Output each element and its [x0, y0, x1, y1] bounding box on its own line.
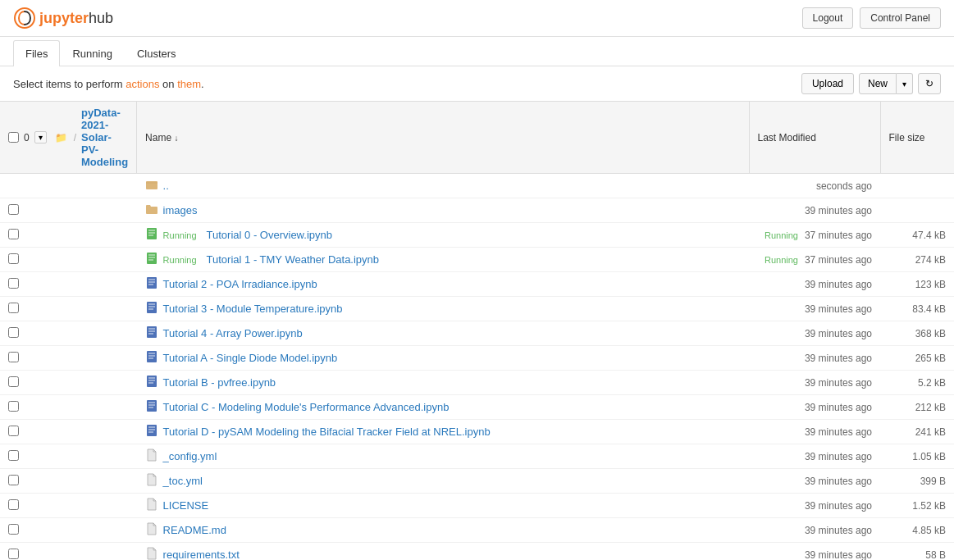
table-row: RunningTutorial 1 - TMY Weather Data.ipy… [0, 248, 954, 272]
file-name-link[interactable]: Tutorial A - Single Diode Model.ipynb [163, 352, 338, 364]
row-modified: 39 minutes ago [749, 395, 880, 420]
notebook-icon [145, 227, 158, 243]
name-col: Tutorial 2 - POA Irradiance.ipynb [145, 276, 741, 292]
row-checkbox[interactable] [8, 229, 19, 239]
row-modified: 39 minutes ago [749, 346, 880, 371]
row-modified: seconds ago [749, 174, 880, 198]
svg-rect-22 [147, 351, 157, 362]
row-checkbox-cell [0, 223, 137, 248]
row-checkbox[interactable] [8, 426, 19, 436]
tab-running[interactable]: Running [60, 40, 124, 66]
table-row: LICENSE39 minutes ago1.52 kB [0, 494, 954, 518]
th-name[interactable]: Name ↓ [137, 102, 749, 174]
svg-rect-34 [147, 425, 157, 436]
row-name-cell: Tutorial D - pySAM Modeling the Bifacial… [137, 420, 749, 444]
row-checkbox[interactable] [8, 303, 19, 313]
row-checkbox-cell [0, 395, 137, 420]
file-name-link[interactable]: Tutorial 4 - Array Power.ipynb [163, 327, 303, 339]
file-name-link[interactable]: _config.yml [163, 450, 217, 462]
th-modified[interactable]: Last Modified [749, 102, 880, 174]
running-badge: Running [163, 255, 197, 265]
file-icon [145, 473, 158, 489]
row-checkbox[interactable] [8, 352, 19, 362]
row-checkbox[interactable] [8, 499, 19, 510]
file-name-link[interactable]: images [163, 204, 198, 216]
row-checkbox[interactable] [8, 204, 19, 215]
select-all-checkbox[interactable] [8, 132, 19, 143]
row-checkbox-cell [0, 174, 137, 198]
notebook-icon [145, 252, 158, 267]
breadcrumb-current-folder[interactable]: pyData-2021-Solar-PV-Modeling [81, 107, 128, 168]
row-size: 399 B [880, 469, 954, 494]
row-checkbox[interactable] [8, 376, 19, 387]
file-name-link[interactable]: LICENSE [163, 499, 209, 512]
row-checkbox-cell [0, 272, 137, 297]
running-badge: Running [163, 230, 197, 240]
folder-icon [145, 203, 158, 218]
row-size: 265 kB [880, 346, 954, 371]
row-checkbox[interactable] [8, 549, 19, 559]
table-row: requirements.txt39 minutes ago58 B [0, 543, 954, 561]
svg-rect-2 [147, 228, 157, 239]
file-name-link[interactable]: Tutorial D - pySAM Modeling the Bifacial… [163, 426, 491, 438]
file-name-link[interactable]: Tutorial 1 - TMY Weather Data.ipynb [207, 253, 380, 266]
row-size: 212 kB [880, 395, 954, 420]
sort-icon: ↓ [174, 134, 178, 143]
row-modified: 39 minutes ago [749, 518, 880, 543]
table-row: Tutorial 2 - POA Irradiance.ipynb39 minu… [0, 272, 954, 297]
row-size [880, 198, 954, 223]
file-list: ..seconds agoimages39 minutes agoRunning… [0, 174, 954, 561]
row-checkbox[interactable] [8, 253, 19, 264]
name-col: Tutorial 4 - Array Power.ipynb [145, 326, 741, 341]
row-checkbox[interactable] [8, 327, 19, 338]
file-name-link[interactable]: Tutorial B - pvfree.ipynb [163, 376, 276, 389]
name-col: Tutorial C - Modeling Module's Performan… [145, 399, 741, 415]
row-modified: 39 minutes ago [749, 297, 880, 321]
new-caret-button[interactable]: ▾ [897, 73, 913, 94]
file-name-link[interactable]: requirements.txt [163, 549, 240, 560]
row-checkbox[interactable] [8, 401, 19, 412]
logout-button[interactable]: Logout [802, 7, 854, 29]
name-col: LICENSE [145, 498, 741, 513]
table-row: _config.yml39 minutes ago1.05 kB [0, 444, 954, 469]
control-panel-button[interactable]: Control Panel [860, 7, 941, 29]
row-size: 123 kB [880, 272, 954, 297]
file-name-link[interactable]: Tutorial 3 - Module Temperature.ipynb [163, 303, 343, 315]
row-name-cell: README.md [137, 518, 749, 543]
row-name-cell: RunningTutorial 1 - TMY Weather Data.ipy… [137, 248, 749, 272]
breadcrumb-separator: / [74, 132, 76, 143]
row-modified: 39 minutes ago [749, 494, 880, 518]
dropdown-button[interactable]: ▾ [34, 131, 47, 143]
row-size: 83.4 kB [880, 297, 954, 321]
upload-button[interactable]: Upload [801, 73, 854, 94]
row-size: 1.52 kB [880, 494, 954, 518]
file-name-link[interactable]: Tutorial 0 - Overview.ipynb [207, 229, 332, 241]
table-row: images39 minutes ago [0, 198, 954, 223]
file-name-link[interactable]: Tutorial 2 - POA Irradiance.ipynb [163, 278, 317, 290]
row-size: 58 B [880, 543, 954, 561]
tab-clusters[interactable]: Clusters [125, 40, 189, 66]
tab-files[interactable]: Files [13, 40, 60, 66]
file-name-link[interactable]: .. [163, 180, 169, 192]
file-name-link[interactable]: Tutorial C - Modeling Module's Performan… [163, 401, 450, 413]
row-checkbox[interactable] [8, 278, 19, 289]
name-col: _toc.yml [145, 473, 741, 489]
row-size [880, 174, 954, 198]
row-name-cell: requirements.txt [137, 543, 749, 561]
file-name-link[interactable]: README.md [163, 524, 226, 536]
notebook-icon [145, 350, 158, 366]
logo: jupyterhub [13, 7, 113, 30]
name-col: .. [145, 178, 741, 193]
row-checkbox[interactable] [8, 450, 19, 461]
row-checkbox[interactable] [8, 524, 19, 535]
running-text: Running [765, 230, 798, 240]
table-row: README.md39 minutes ago4.85 kB [0, 518, 954, 543]
file-name-link[interactable]: _toc.yml [163, 475, 203, 487]
svg-rect-30 [147, 400, 157, 412]
row-checkbox-cell [0, 543, 137, 561]
refresh-button[interactable]: ↻ [918, 73, 941, 94]
toolbar-actions: Upload New ▾ ↻ [801, 73, 941, 94]
row-checkbox[interactable] [8, 475, 19, 485]
row-modified: 39 minutes ago [749, 321, 880, 346]
new-button[interactable]: New [859, 73, 897, 94]
